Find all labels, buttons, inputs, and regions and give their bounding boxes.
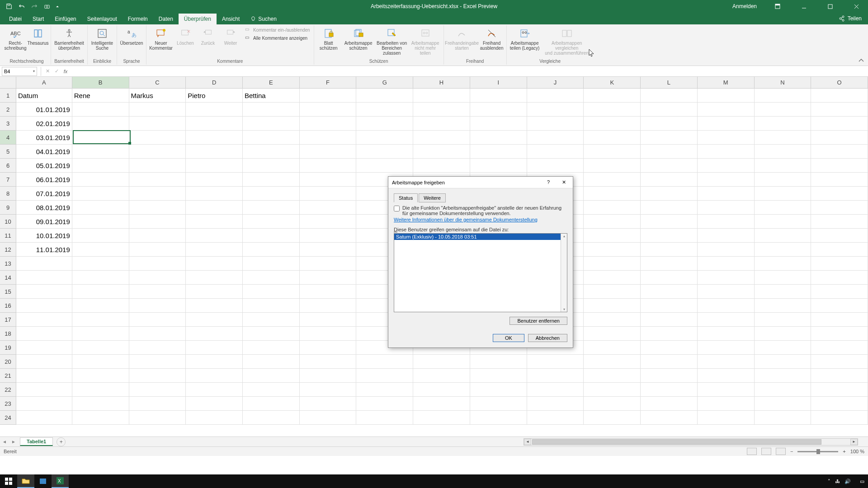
cell[interactable] [300,117,357,131]
cell[interactable] [413,369,470,383]
translate-button[interactable]: aあÜbersetzen [119,26,144,47]
cell[interactable] [186,271,243,285]
cell[interactable] [72,215,129,229]
cell[interactable] [755,397,811,411]
cell[interactable] [243,327,300,341]
cell[interactable] [641,145,698,159]
cell[interactable] [16,411,72,425]
thesaurus-button[interactable]: Thesaurus [27,26,49,47]
cell[interactable] [300,383,357,397]
cell[interactable] [129,215,186,229]
cell[interactable] [811,271,868,285]
cell[interactable] [584,89,641,103]
qat-customize-icon[interactable] [55,2,60,11]
cell[interactable] [243,187,300,201]
cell[interactable] [243,341,300,355]
row-header[interactable]: 23 [0,397,16,411]
cell[interactable] [72,299,129,313]
undo-icon[interactable] [17,2,26,11]
user-list-item[interactable]: Saturn (Exklusiv) - 10.05.2018 03:51 [394,234,567,240]
dialog-tab-more[interactable]: Weitere [419,193,446,202]
hide-ink-button[interactable]: Freihand ausblenden [479,26,505,52]
cell[interactable] [186,285,243,299]
cell[interactable] [300,271,357,285]
cell[interactable] [72,131,129,145]
coauthoring-info-link[interactable]: Weitere Informationen über die gemeinsam… [394,217,567,222]
smart-lookup-button[interactable]: Intelligente Suche [90,26,115,52]
cell[interactable] [641,117,698,131]
cell[interactable] [470,397,527,411]
cell[interactable] [129,285,186,299]
cell[interactable] [755,201,811,215]
cell[interactable] [470,117,527,131]
cell[interactable] [243,313,300,327]
cell[interactable] [186,299,243,313]
cell[interactable] [129,131,186,145]
cell[interactable] [72,383,129,397]
cell[interactable] [755,89,811,103]
cell[interactable] [300,159,357,173]
cell[interactable] [811,327,868,341]
cell[interactable] [641,89,698,103]
cell[interactable] [698,313,755,327]
cell[interactable] [584,103,641,117]
cell[interactable] [243,257,300,271]
cell[interactable] [470,103,527,117]
cell[interactable] [16,257,72,271]
remove-user-button[interactable]: Benutzer entfernen [509,317,567,325]
column-header[interactable]: B [72,77,129,89]
cell[interactable] [584,229,641,243]
cell[interactable] [811,383,868,397]
row-header[interactable]: 17 [0,313,16,327]
cell[interactable] [698,355,755,369]
save-icon[interactable] [5,2,14,11]
cell[interactable] [584,243,641,257]
cell[interactable] [243,159,300,173]
cell[interactable] [584,159,641,173]
cell[interactable] [186,145,243,159]
row-header[interactable]: 18 [0,327,16,341]
cell[interactable] [755,229,811,243]
cell[interactable] [811,145,868,159]
cell[interactable]: 06.01.2019 [16,173,72,187]
show-all-comments-button[interactable]: ▭Alle Kommentare anzeigen [243,34,312,42]
cell[interactable] [811,313,868,327]
cell[interactable] [72,201,129,215]
cell[interactable] [16,285,72,299]
network-icon[interactable]: 🖧 [835,479,840,484]
column-header[interactable]: L [641,77,698,89]
cell[interactable] [186,313,243,327]
cell[interactable] [243,271,300,285]
cell[interactable] [641,201,698,215]
cell[interactable] [641,173,698,187]
share-button[interactable]: Teilen [832,13,868,24]
cell[interactable] [584,131,641,145]
row-header[interactable]: 3 [0,117,16,131]
cell[interactable] [300,103,357,117]
camera-icon[interactable] [42,2,52,11]
cell[interactable] [243,383,300,397]
cell[interactable] [811,89,868,103]
cell[interactable] [413,131,470,145]
cell[interactable] [755,383,811,397]
cell[interactable] [527,89,584,103]
cell[interactable] [243,173,300,187]
cell[interactable] [243,145,300,159]
cell[interactable] [16,383,72,397]
cell[interactable] [72,103,129,117]
cell[interactable] [584,327,641,341]
cell[interactable] [584,411,641,425]
cell[interactable] [641,215,698,229]
cell[interactable] [811,229,868,243]
cell[interactable] [755,355,811,369]
user-listbox[interactable]: Saturn (Exklusiv) - 10.05.2018 03:51 ▴▾ [394,233,567,312]
cell[interactable] [698,131,755,145]
cell[interactable] [72,187,129,201]
column-header[interactable]: G [356,77,413,89]
cell[interactable] [527,117,584,131]
cell[interactable] [527,131,584,145]
scroll-left-icon[interactable]: ◄ [524,439,531,445]
excel-taskbar-icon[interactable]: X [52,474,69,488]
cell[interactable] [641,313,698,327]
cell[interactable] [755,271,811,285]
